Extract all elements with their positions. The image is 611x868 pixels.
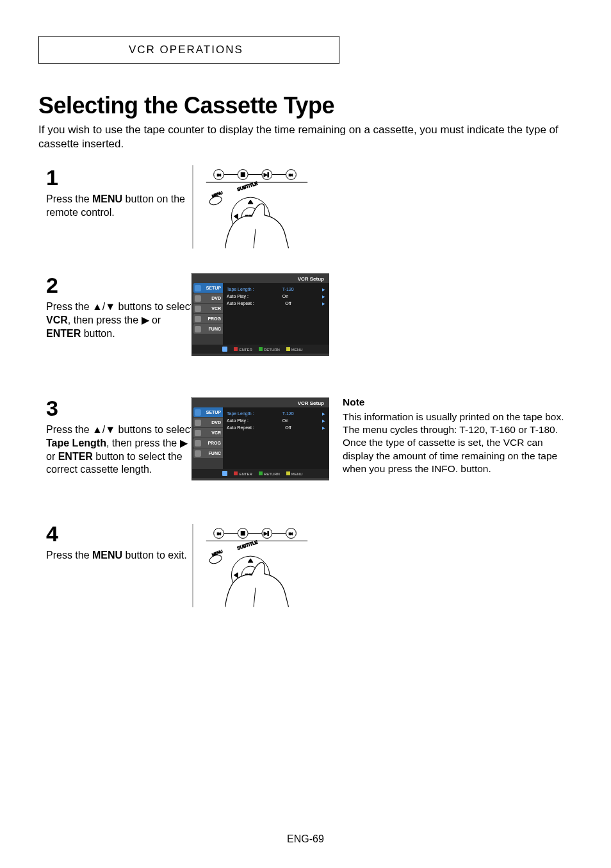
page-title: Selecting the Cassette Type — [38, 92, 334, 119]
osd-row-value: T-120 — [282, 287, 294, 291]
osd-tab-label: FUNC — [209, 451, 221, 455]
yellow-button-icon — [286, 471, 290, 475]
section-header: VCR OPERATIONS — [38, 36, 339, 64]
osd-row-value: On — [282, 294, 288, 299]
osd-screenshot-2: VCR Setup SETUP DVD VCR PROG FUNC Tape L… — [191, 273, 329, 356]
step-4: 4 Press the MENU button to exit. — [46, 521, 206, 562]
step-2-text: Press the ▲/▼ buttons to select VCR, the… — [46, 300, 193, 340]
step-3-text: Press the ▲/▼ buttons to select Tape Len… — [46, 423, 193, 477]
svg-text:MENU: MENU — [211, 549, 223, 557]
svg-marker-39 — [234, 573, 238, 578]
section-header-text: VCR OPERATIONS — [129, 44, 243, 56]
osd-tab-setup: SETUP — [193, 407, 223, 417]
osd-row-label: Auto Play : — [227, 294, 248, 299]
step-1-number: 1 — [46, 165, 193, 190]
osd-tabs: SETUP DVD VCR PROG FUNC — [192, 283, 223, 345]
osd-row-label: Tape Length : — [227, 411, 254, 416]
note-body-2: Once the type of cassette is set, the VC… — [343, 436, 570, 475]
chevron-right-icon: ▶ — [322, 418, 325, 423]
osd-tab-label: DVD — [211, 420, 221, 425]
step-3-bold-b: ENTER — [58, 451, 93, 462]
svg-marker-17 — [234, 214, 238, 219]
note-block: Note This information is usually printed… — [343, 396, 570, 475]
osd-row-auto-repeat: Auto Repeat :Off▶ — [227, 300, 325, 307]
osd-tab-label: SETUP — [206, 410, 221, 414]
disc-icon — [195, 295, 201, 302]
osd-row-auto-repeat: Auto Repeat :Off▶ — [227, 424, 325, 431]
step-3-number: 3 — [46, 396, 193, 421]
osd-tab-func: FUNC — [193, 448, 223, 458]
osd-row-tape-length: Tape Length :T-120▶ — [227, 286, 325, 293]
osd-title: VCR Setup — [192, 274, 329, 283]
osd-footer-label: ENTER — [239, 472, 252, 476]
osd-content: Tape Length :T-120▶ Auto Play :On▶ Auto … — [223, 283, 329, 345]
osd-tab-prog: PROG — [193, 314, 223, 323]
step-2-bold-a: VCR — [46, 315, 68, 325]
chevron-right-icon: ▶ — [322, 411, 325, 416]
remote-illustration-1: ⏮ ▶∥ ⏭ SUBTITLE MENU ENTER — [192, 165, 320, 249]
osd-row-auto-play: Auto Play :On▶ — [227, 293, 325, 300]
step-2: 2 Press the ▲/▼ buttons to select VCR, t… — [46, 273, 193, 340]
osd-tab-label: DVD — [211, 296, 221, 300]
step-3-a: Press the ▲/▼ buttons to select — [46, 424, 193, 435]
tape-icon — [195, 430, 201, 436]
step-4-pre: Press the — [46, 550, 92, 561]
step-2-c: button. — [81, 328, 115, 339]
osd-tab-func: FUNC — [193, 324, 223, 334]
svg-rect-4 — [241, 173, 245, 177]
chevron-right-icon: ▶ — [322, 301, 325, 306]
osd-tab-dvd: DVD — [193, 293, 223, 303]
step-2-number: 2 — [46, 273, 193, 298]
osd-row-value: On — [282, 418, 288, 423]
osd-row-label: Auto Play : — [227, 418, 248, 423]
intro-text: If you wish to use the tape counter to d… — [38, 123, 564, 151]
osd-row-value: Off — [285, 425, 291, 430]
step-4-post: button to exit. — [122, 550, 187, 561]
chevron-right-icon: ▶ — [322, 294, 325, 299]
page-number: ENG-69 — [0, 833, 611, 845]
step-3-bold-a: Tape Length — [46, 438, 106, 448]
osd-tab-vcr: VCR — [193, 304, 223, 313]
clock-icon — [195, 316, 201, 322]
osd-tab-dvd: DVD — [193, 418, 223, 427]
osd-tab-setup: SETUP — [193, 283, 223, 293]
osd-row-value: Off — [285, 301, 291, 306]
step-3: 3 Press the ▲/▼ buttons to select Tape L… — [46, 396, 193, 477]
osd-tab-label: PROG — [208, 441, 221, 445]
osd-tab-label: FUNC — [209, 327, 221, 331]
osd-footer-label: MENU — [291, 348, 303, 352]
green-button-icon — [259, 471, 263, 475]
svg-text:⏮: ⏮ — [217, 173, 221, 177]
step-1: 1 Press the MENU button on the remote co… — [46, 165, 193, 220]
osd-footer-label: MENU — [291, 472, 303, 476]
step-1-bold: MENU — [92, 193, 122, 204]
step-1-pre: Press the — [46, 193, 92, 204]
red-button-icon — [234, 471, 238, 475]
osd-tab-prog: PROG — [193, 438, 223, 448]
osd-screenshot-3: VCR Setup SETUP DVD VCR PROG FUNC Tape L… — [191, 397, 329, 480]
osd-tab-label: SETUP — [206, 286, 221, 290]
osd-footer: ENTER RETURN MENU — [192, 469, 329, 478]
osd-tab-vcr: VCR — [193, 428, 223, 438]
osd-tab-label: VCR — [211, 430, 221, 435]
step-2-a: Press the ▲/▼ buttons to select — [46, 301, 193, 312]
osd-tab-label: VCR — [211, 306, 221, 311]
step-2-b: , then press the ▶ or — [68, 315, 161, 325]
green-button-icon — [259, 347, 263, 351]
svg-text:▶∥: ▶∥ — [264, 531, 270, 536]
note-body-1: This information is usually printed on t… — [343, 411, 570, 436]
note-title: Note — [343, 396, 570, 409]
osd-title: VCR Setup — [192, 398, 329, 407]
yellow-button-icon — [286, 347, 290, 351]
gear-icon — [195, 285, 201, 291]
svg-marker-15 — [248, 200, 253, 204]
osd-footer-label: RETURN — [264, 472, 280, 476]
step-4-text: Press the MENU button to exit. — [46, 549, 206, 562]
osd-row-label: Auto Repeat : — [227, 301, 254, 306]
svg-marker-37 — [248, 559, 253, 562]
step-2-bold-b: ENTER — [46, 328, 81, 339]
func-icon — [195, 326, 201, 332]
step-4-bold: MENU — [92, 550, 122, 561]
svg-rect-23 — [241, 532, 245, 536]
chevron-right-icon: ▶ — [322, 425, 325, 430]
